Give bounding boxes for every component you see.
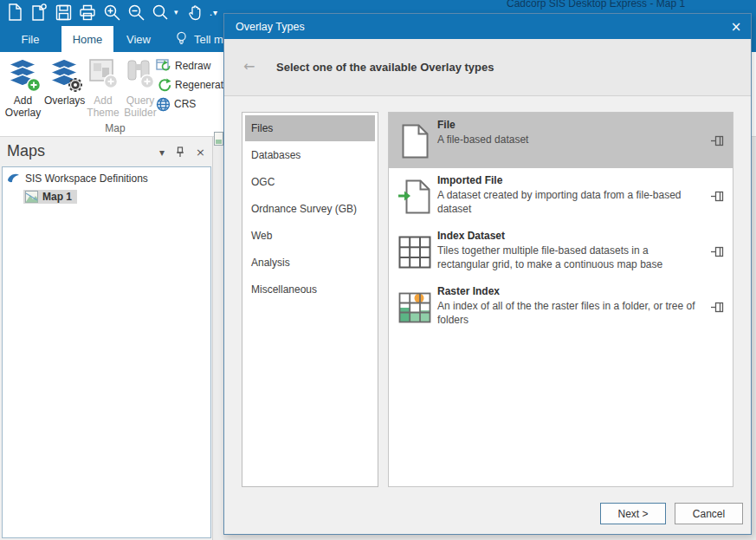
- add-theme-button: Add Theme: [86, 54, 120, 119]
- category-ordnance-survey[interactable]: Ordnance Survey (GB): [242, 195, 378, 222]
- type-name: Index Dataset: [437, 230, 701, 242]
- crs-button[interactable]: CRS: [156, 94, 229, 114]
- new-document-icon[interactable]: [4, 3, 25, 22]
- tree-selection: Map 1: [23, 190, 77, 204]
- panel-close-icon[interactable]: ×: [196, 146, 205, 159]
- type-row-imported-file[interactable]: Imported File A dataset created by impor…: [389, 168, 733, 224]
- tree-item-workspace[interactable]: SIS Workspace Definitions: [7, 171, 210, 185]
- tab-file[interactable]: File: [9, 26, 52, 52]
- add-theme-label: Add Theme: [86, 94, 120, 119]
- workspace-tree: SIS Workspace Definitions Map 1: [2, 166, 211, 538]
- dialog-title: Overlay Types: [236, 21, 305, 33]
- dialog-header: ← Select one of the available Overlay ty…: [224, 39, 751, 96]
- type-name: File: [437, 119, 701, 131]
- layers-gear-icon: [44, 56, 85, 93]
- window-title: Cadcorp SIS Desktop Express - Map 1: [507, 0, 685, 10]
- add-overlay-label: Add Overlay: [3, 94, 43, 119]
- search-icon[interactable]: [150, 3, 171, 22]
- map-window-fragment-icon: [214, 132, 223, 146]
- new-workspace-icon[interactable]: [29, 3, 49, 22]
- overlay-type-list: File A file-based dataset Imported File …: [388, 112, 733, 487]
- redraw-button[interactable]: Redraw: [156, 56, 229, 75]
- quick-access-toolbar: ▾ ᎐▾: [4, 2, 216, 23]
- next-button[interactable]: Next >: [600, 503, 666, 524]
- maps-panel: Maps ▾ × SIS Workspace Definitions Map 1: [0, 137, 212, 540]
- query-builder-label: Query Builder: [121, 94, 159, 119]
- cancel-button[interactable]: Cancel: [675, 503, 743, 524]
- dialog-titlebar[interactable]: Overlay Types ×: [224, 14, 751, 39]
- category-list: Files Databases OGC Ordnance Survey (GB)…: [242, 112, 378, 487]
- file-icon: [397, 121, 432, 161]
- overlays-label: Overlays: [44, 94, 85, 107]
- pin-icon[interactable]: [711, 246, 724, 257]
- type-row-file[interactable]: File A file-based dataset: [389, 113, 733, 168]
- type-description: Tiles together multiple file-based datas…: [437, 244, 701, 271]
- search-dropdown-icon[interactable]: ▾: [174, 8, 181, 16]
- panel-dropdown-icon[interactable]: ▾: [159, 146, 165, 159]
- overlays-button[interactable]: Overlays: [44, 54, 85, 119]
- ribbon-group-label: Map: [0, 122, 230, 134]
- globe-icon: [156, 97, 171, 112]
- regenerate-button[interactable]: Regenerate: [156, 75, 229, 94]
- back-arrow-icon: ←: [243, 58, 255, 75]
- regenerate-icon: [156, 78, 171, 93]
- overlay-types-dialog: Overlay Types × ← Select one of the avai…: [223, 13, 752, 535]
- type-description: An index of all of the the raster files …: [437, 299, 701, 327]
- type-row-index-dataset[interactable]: Index Dataset Tiles together multiple fi…: [389, 224, 733, 279]
- binoculars-disabled-icon: [121, 56, 159, 93]
- pin-icon[interactable]: [711, 302, 724, 313]
- customize-toolbar-icon[interactable]: ᎐▾: [209, 8, 216, 17]
- zoom-out-icon[interactable]: [126, 3, 146, 22]
- regenerate-label: Regenerate: [175, 79, 229, 91]
- tab-view[interactable]: View: [115, 26, 162, 52]
- type-name: Imported File: [437, 174, 701, 186]
- panel-pin-icon[interactable]: [176, 146, 184, 158]
- category-web[interactable]: Web: [242, 222, 378, 249]
- crs-label: CRS: [174, 98, 196, 110]
- tree-item-map1-label: Map 1: [42, 191, 72, 203]
- type-row-raster-index[interactable]: Raster Index An index of all of the the …: [389, 279, 733, 335]
- tree-item-workspace-label: SIS Workspace Definitions: [25, 172, 148, 185]
- pin-icon[interactable]: [711, 135, 724, 146]
- dialog-close-icon[interactable]: ×: [721, 14, 751, 39]
- workspace-icon: [7, 172, 21, 185]
- category-analysis[interactable]: Analysis: [242, 249, 378, 276]
- layers-add-icon: [3, 56, 43, 93]
- pin-icon[interactable]: [711, 191, 724, 202]
- tab-home[interactable]: Home: [61, 26, 113, 52]
- add-overlay-button[interactable]: Add Overlay: [3, 54, 43, 119]
- category-miscellaneous[interactable]: Miscellaneous: [242, 276, 378, 303]
- redraw-label: Redraw: [175, 60, 210, 72]
- application-window: ▾ ᎐▾ Cadcorp SIS Desktop Express - Map 1…: [0, 0, 756, 540]
- panel-splitter[interactable]: [212, 137, 223, 540]
- category-databases[interactable]: Databases: [242, 141, 378, 168]
- lightbulb-icon: [176, 31, 187, 47]
- raster-index-icon: [397, 288, 432, 328]
- index-dataset-icon: [397, 232, 432, 272]
- category-ogc[interactable]: OGC: [242, 168, 378, 195]
- map-icon: [25, 191, 38, 203]
- imported-file-icon: [397, 177, 432, 217]
- zoom-in-icon[interactable]: [101, 3, 122, 22]
- pan-hand-icon[interactable]: [184, 3, 205, 22]
- save-icon[interactable]: [53, 3, 74, 22]
- category-files[interactable]: Files: [245, 115, 375, 141]
- maps-panel-title: Maps: [7, 142, 45, 160]
- theme-disabled-icon: [86, 56, 120, 93]
- type-description: A file-based dataset: [437, 133, 701, 146]
- query-builder-button: Query Builder: [121, 54, 159, 119]
- type-name: Raster Index: [437, 285, 701, 297]
- print-icon[interactable]: [77, 3, 98, 22]
- dialog-heading: Select one of the available Overlay type…: [276, 61, 494, 74]
- tree-item-map1[interactable]: Map 1: [23, 189, 210, 204]
- tell-me-box[interactable]: Tell me: [176, 26, 229, 52]
- type-description: A dataset created by importing data from…: [437, 188, 701, 216]
- redraw-icon: [156, 59, 171, 74]
